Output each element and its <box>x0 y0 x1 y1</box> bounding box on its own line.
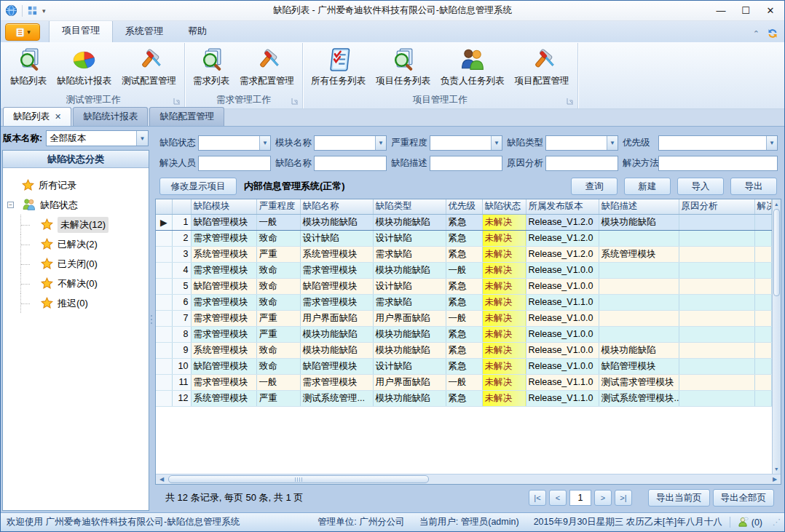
table-row[interactable]: ▶1缺陷管理模块一般模块功能缺陷模块功能缺陷紧急未解决Release_V1.2.… <box>156 214 771 230</box>
filter-input[interactable] <box>430 156 502 171</box>
table-row[interactable]: 2需求管理模块致命设计缺陷设计缺陷紧急未解决Release_V1.2.0 <box>156 230 771 246</box>
grid-squares-icon[interactable] <box>27 5 38 16</box>
ribbon-button[interactable]: 项目任务列表 <box>371 45 435 89</box>
row-selector[interactable] <box>156 342 172 358</box>
column-header[interactable]: 所属发布版本 <box>526 199 599 214</box>
application-menu-button[interactable]: ▾ <box>5 23 40 41</box>
scrollbar-thumb[interactable] <box>168 475 429 483</box>
row-selector[interactable] <box>156 390 172 406</box>
action-button[interactable]: 导入 <box>677 178 724 195</box>
tree-item[interactable]: 不解决(0) <box>7 274 147 293</box>
scrollbar-thumb[interactable] <box>773 209 780 296</box>
horizontal-scrollbar[interactable]: ◀ ▶ <box>156 474 781 484</box>
table-row[interactable]: 12系统管理模块严重测试系统管理...模块功能缺陷紧急未解决Release_V1… <box>156 390 771 406</box>
action-button[interactable]: 导出 <box>730 178 777 195</box>
filter-select[interactable]: ▼ <box>545 135 618 151</box>
ribbon-button[interactable]: 项目配置管理 <box>510 45 575 89</box>
ribbon-button[interactable]: 所有任务列表 <box>306 45 371 89</box>
filter-select[interactable]: ▼ <box>198 135 271 151</box>
ribbon-button[interactable]: 需求配置管理 <box>234 45 299 89</box>
app-refresh-icon[interactable] <box>767 28 778 39</box>
ribbon-button[interactable]: 需求列表 <box>188 45 234 89</box>
tree-item[interactable]: 已关闭(0) <box>7 254 147 274</box>
prev-page-button[interactable]: < <box>549 490 567 506</box>
tree-item[interactable]: 推迟(0) <box>7 293 147 313</box>
table-row[interactable]: 7需求管理模块严重用户界面缺陷用户界面缺陷一般未解决Release_V1.0.0 <box>156 310 771 326</box>
ribbon-button[interactable]: 缺陷列表 <box>5 45 52 89</box>
column-header[interactable]: 解决 <box>754 199 771 214</box>
document-tab[interactable]: 缺陷列表 ✕ <box>3 107 71 126</box>
row-selector[interactable] <box>156 246 172 262</box>
dialog-launcher-icon[interactable] <box>567 95 574 108</box>
close-tab-icon[interactable]: ✕ <box>55 112 61 122</box>
tree-item[interactable]: 未解决(12) <box>7 215 147 234</box>
row-selector[interactable] <box>156 294 172 310</box>
ribbon-button[interactable]: 测试配置管理 <box>117 45 181 89</box>
table-row[interactable]: 4需求管理模块致命需求管理模块模块功能缺陷一般未解决Release_V1.0.0 <box>156 262 771 278</box>
table-row[interactable]: 8需求管理模块严重模块功能缺陷模块功能缺陷紧急未解决Release_V1.0.0 <box>156 326 771 342</box>
column-header[interactable]: 缺陷类型 <box>373 199 446 214</box>
tree-expander-icon[interactable]: − <box>7 202 14 208</box>
column-header[interactable]: 优先级 <box>446 199 482 214</box>
ribbon-button[interactable]: 缺陷统计报表 <box>52 45 117 89</box>
version-select[interactable]: 全部版本 ▼ <box>46 130 149 146</box>
table-row[interactable]: 9系统管理模块致命模块功能缺陷模块功能缺陷紧急未解决Release_V1.0.0… <box>156 342 771 358</box>
table-row[interactable]: 5缺陷管理模块致命缺陷管理模块设计缺陷紧急未解决Release_V1.0.0 <box>156 278 771 294</box>
table-row[interactable]: 3系统管理模块严重系统管理模块需求缺陷紧急未解决Release_V1.2.0系统… <box>156 246 771 262</box>
tree-item[interactable]: − 缺陷状态 <box>7 195 147 215</box>
globe-icon[interactable] <box>5 4 17 17</box>
row-selector[interactable] <box>156 374 172 390</box>
row-selector[interactable] <box>156 262 172 278</box>
maximize-button[interactable]: ☐ <box>733 2 758 20</box>
collapse-ribbon-icon[interactable]: ⌃ <box>753 29 760 39</box>
filter-select[interactable]: ▼ <box>430 135 502 151</box>
page-number-input[interactable] <box>569 490 591 506</box>
filter-select[interactable]: ▼ <box>314 135 387 151</box>
close-button[interactable]: ✕ <box>758 2 783 20</box>
chevron-down-icon[interactable]: ▾ <box>42 7 46 15</box>
vertical-scrollbar[interactable]: ▲ ▼ <box>772 199 781 474</box>
tree-item[interactable]: 所有记录 <box>7 175 147 195</box>
dialog-launcher-icon[interactable] <box>291 95 299 108</box>
tree-item[interactable]: 已解决(2) <box>7 234 147 254</box>
table-row[interactable]: 11需求管理模块一般需求管理模块用户界面缺陷一般未解决Release_V1.1.… <box>156 374 771 390</box>
export-current-page-button[interactable]: 导出当前页 <box>648 489 710 507</box>
filter-input[interactable] <box>658 156 778 171</box>
scroll-down-icon[interactable]: ▼ <box>774 464 779 474</box>
scroll-up-icon[interactable]: ▲ <box>774 199 779 209</box>
column-header[interactable]: 缺陷状态 <box>482 199 526 214</box>
column-header[interactable]: 缺陷名称 <box>300 199 373 214</box>
row-selector[interactable]: ▶ <box>156 214 172 230</box>
scroll-right-icon[interactable]: ▶ <box>769 476 781 483</box>
action-button[interactable]: 新建 <box>624 178 671 195</box>
row-selector[interactable] <box>156 358 172 374</box>
row-selector[interactable] <box>156 230 172 246</box>
action-button[interactable]: 查询 <box>571 178 618 195</box>
document-tab[interactable]: 缺陷配置管理 <box>149 107 224 126</box>
column-header[interactable]: 缺陷描述 <box>599 199 679 214</box>
table-row[interactable]: 10缺陷管理模块致命缺陷管理模块设计缺陷紧急未解决Release_V1.0.0缺… <box>156 358 771 374</box>
scroll-left-icon[interactable]: ◀ <box>156 476 167 483</box>
filter-select[interactable]: ▼ <box>658 135 778 151</box>
ribbon-tab[interactable]: 帮助 <box>175 21 219 42</box>
filter-input[interactable] <box>545 156 618 171</box>
next-page-button[interactable]: > <box>594 490 612 506</box>
row-selector[interactable] <box>156 278 172 294</box>
last-page-button[interactable]: >| <box>615 490 632 506</box>
first-page-button[interactable]: |< <box>529 490 546 506</box>
ribbon-tab[interactable]: 系统管理 <box>113 21 175 42</box>
filter-input[interactable] <box>198 156 271 171</box>
column-header[interactable]: 缺陷模块 <box>191 199 256 214</box>
document-tab[interactable]: 缺陷统计报表 <box>73 107 148 126</box>
table-row[interactable]: 6需求管理模块致命需求管理模块需求缺陷紧急未解决Release_V1.1.0 <box>156 294 771 310</box>
column-header[interactable]: 严重程度 <box>256 199 300 214</box>
modify-columns-button[interactable]: 修改显示项目 <box>159 178 237 195</box>
resize-grip-icon[interactable]: ⋰ <box>770 517 780 527</box>
dialog-launcher-icon[interactable] <box>173 95 181 108</box>
ribbon-button[interactable]: 负责人任务列表 <box>435 45 510 89</box>
column-header[interactable]: 原因分析 <box>679 199 754 214</box>
row-selector[interactable] <box>156 326 172 342</box>
chevron-down-icon[interactable]: ▼ <box>136 131 148 146</box>
export-all-pages-button[interactable]: 导出全部页 <box>713 489 775 507</box>
minimize-button[interactable]: — <box>709 2 733 20</box>
